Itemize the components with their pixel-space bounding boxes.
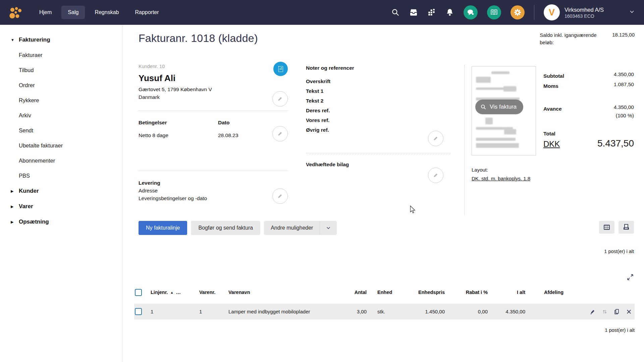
sort-asc-icon[interactable]: ▲ <box>170 291 174 294</box>
col-total[interactable]: I alt <box>488 290 525 295</box>
delivery-title: Levering <box>139 179 288 187</box>
company-id: 1603463 ECO <box>565 13 604 19</box>
col-unit[interactable]: Enhed <box>367 290 411 295</box>
nav-item-rapporter[interactable]: Rapporter <box>128 6 165 19</box>
move-line-icon[interactable] <box>602 309 608 315</box>
col-line-no[interactable]: Linjenr. <box>151 290 168 295</box>
terms-label: Betingelser <box>139 120 218 126</box>
vat-value: 1.087,50 <box>614 80 634 89</box>
sidebar-item-ubetalte-fakturaer[interactable]: Ubetalte fakturaer <box>0 138 122 153</box>
note-field-tekst1: Tekst 1 <box>306 86 451 96</box>
nav-item-regnskab[interactable]: Regnskab <box>88 6 125 19</box>
notes-card: Noter og referencer Overskrift Tekst 1 T… <box>306 65 465 215</box>
help-book-icon[interactable] <box>487 5 501 19</box>
edit-attachments-button[interactable] <box>428 168 443 183</box>
copy-line-icon[interactable] <box>613 308 620 315</box>
edit-customer-button[interactable] <box>272 91 288 107</box>
vat-label: Moms <box>543 83 558 89</box>
main-menu: Hjem Salg Regnskab Rapporter <box>33 6 165 19</box>
col-department[interactable]: Afdeling <box>525 290 578 295</box>
more-columns-icon[interactable]: … <box>176 290 181 295</box>
record-count-top: 1 post(er) i alt <box>604 249 634 254</box>
edit-notes-button[interactable] <box>428 131 443 146</box>
invoice-document-icon[interactable] <box>273 62 288 76</box>
navbar-divider <box>534 5 534 20</box>
company-avatar: V <box>544 4 560 20</box>
sidebar-item-sendt[interactable]: Sendt <box>0 123 122 138</box>
sidebar-item-ordrer[interactable]: Ordrer <box>0 78 122 93</box>
magnifier-icon <box>480 104 487 110</box>
balance-label: Saldo inkl. igangværende beløb: <box>540 32 605 46</box>
account-switcher[interactable]: V Virksomhed A/S 1603463 ECO <box>544 4 635 20</box>
total-label: Total <box>543 131 555 137</box>
balance-summary: Saldo inkl. igangværende beløb: 18.125,0… <box>540 32 635 46</box>
book-and-send-button[interactable]: Bogfør og send faktura <box>191 221 260 235</box>
sidebar-item-tilbud[interactable]: Tilbud <box>0 63 122 78</box>
sidebar-item-rykkere[interactable]: Rykkere <box>0 93 122 108</box>
page-title: Fakturanr. 1018 (kladde) <box>139 32 258 45</box>
edit-delivery-button[interactable] <box>272 188 288 204</box>
expand-table-icon[interactable] <box>627 274 634 282</box>
view-invoice-button[interactable]: Vis faktura <box>475 100 523 114</box>
apps-grid-icon[interactable] <box>427 8 436 17</box>
select-all-checkbox[interactable] <box>135 289 142 296</box>
sidebar-item-abonnementer[interactable]: Abonnementer <box>0 153 122 168</box>
subtotal-label: Subtotal <box>543 73 564 79</box>
note-field-overskrift: Overskrift <box>306 76 451 86</box>
chevron-collapsed-icon: ▶ <box>11 204 15 209</box>
sidebar-section-varer[interactable]: ▶ Varer <box>0 199 122 214</box>
chevron-expanded-icon: ▼ <box>11 38 15 42</box>
row-checkbox[interactable] <box>135 308 142 315</box>
chat-icon[interactable] <box>464 5 478 19</box>
margin-value: 4.350,00 (100 %) <box>614 103 634 120</box>
inbox-icon[interactable] <box>409 8 418 17</box>
company-name: Virksomhed A/S <box>565 6 604 13</box>
main-content: Fakturanr. 1018 (kladde) Saldo inkl. iga… <box>123 25 644 362</box>
col-discount[interactable]: Rabat i % <box>445 290 488 295</box>
currency-link[interactable]: DKK <box>543 139 560 149</box>
delivery-terms-label: Leveringsbetingelser og -dato <box>139 194 288 202</box>
customer-address: Gærtovet 5, 1799 København V Danmark <box>139 85 288 101</box>
delete-line-icon[interactable] <box>626 309 632 315</box>
customer-number: Kundenr. 10 <box>139 64 288 69</box>
chevron-down-icon[interactable] <box>320 225 337 231</box>
notes-title: Noter og referencer <box>306 65 451 71</box>
table-view-button[interactable] <box>599 221 614 234</box>
layout-label: Layout: <box>472 166 530 174</box>
note-field-deres-ref: Deres ref. <box>306 106 451 115</box>
subtotal-value: 4.350,00 <box>614 70 634 79</box>
col-item-name[interactable]: Varenavn <box>228 290 339 295</box>
chevron-down-icon[interactable] <box>629 8 635 16</box>
invoice-preview-thumbnail[interactable]: Vis faktura <box>472 66 536 156</box>
cell-unit: stk. <box>367 309 411 314</box>
sidebar-item-arkiv[interactable]: Arkiv <box>0 108 122 123</box>
sidebar-item-fakturaer[interactable]: Fakturaer <box>0 48 122 63</box>
table-row[interactable]: 1 1 Lamper med indbygget mobiloplader 3,… <box>134 304 635 319</box>
layout-link[interactable]: DK. std. m. bankoplys. 1.8 <box>472 174 530 183</box>
note-field-vores-ref: Vores ref. <box>306 115 451 125</box>
sidebar-section-fakturering[interactable]: ▼ Fakturering <box>0 32 122 48</box>
cell-total: 4.350,00 <box>488 309 525 314</box>
nav-item-salg[interactable]: Salg <box>61 6 85 19</box>
sidebar-section-opsaetning[interactable]: ▶ Opsætning <box>0 214 122 230</box>
edit-line-icon[interactable] <box>589 308 596 315</box>
col-item-no[interactable]: Varenr. <box>199 290 228 295</box>
col-unit-price[interactable]: Enhedspris <box>411 290 445 295</box>
economic-logo[interactable] <box>9 5 23 20</box>
sidebar-section-kunder[interactable]: ▶ Kunder <box>0 183 122 199</box>
balance-value: 18.125,00 <box>612 32 635 46</box>
notifications-bell-icon[interactable] <box>445 8 454 17</box>
divider <box>139 171 288 171</box>
date-label: Dato <box>218 120 288 126</box>
other-options-button[interactable]: Andre muligheder <box>264 221 337 235</box>
search-icon[interactable] <box>391 8 400 17</box>
settings-gear-icon[interactable] <box>511 5 525 19</box>
print-button[interactable] <box>619 221 634 234</box>
edit-terms-button[interactable] <box>272 126 288 141</box>
col-quantity[interactable]: Antal <box>339 290 367 295</box>
delivery-address-label: Adresse <box>139 187 288 194</box>
customer-card: Kundenr. 10 Yusuf Ali Gærtovet 5, 1799 K… <box>139 64 288 202</box>
new-invoice-line-button[interactable]: Ny fakturalinje <box>139 221 187 235</box>
sidebar-item-pbs[interactable]: PBS <box>0 168 122 183</box>
nav-item-hjem[interactable]: Hjem <box>33 6 58 19</box>
